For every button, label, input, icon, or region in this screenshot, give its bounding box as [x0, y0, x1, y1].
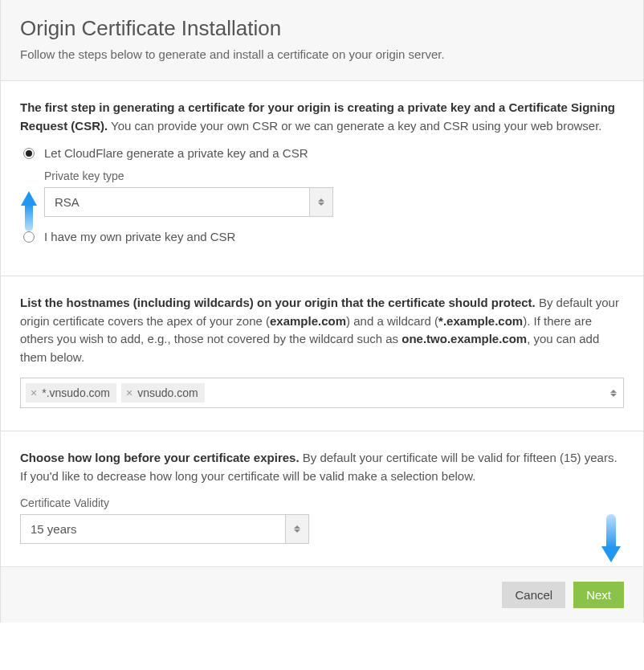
- radio-generate[interactable]: [23, 148, 35, 159]
- hostnames-dropdown-handle[interactable]: [604, 378, 623, 407]
- modal-footer: Cancel Next: [1, 567, 643, 623]
- hostnames-input[interactable]: × *.vnsudo.com × vnsudo.com: [20, 378, 624, 408]
- validity-label: Certificate Validity: [20, 496, 624, 509]
- hostnames-intro-bold: List the hostnames (including wildcards)…: [20, 296, 536, 309]
- page-subtitle: Follow the steps below to generate and i…: [20, 47, 624, 61]
- radio-own-row[interactable]: I have my own private key and CSR: [23, 230, 624, 243]
- radio-own-label: I have my own private key and CSR: [44, 230, 235, 243]
- hostname-tag-label: vnsudo.com: [137, 386, 198, 399]
- modal-header: Origin Certificate Installation Follow t…: [1, 0, 643, 81]
- origin-cert-modal: Origin Certificate Installation Follow t…: [0, 0, 644, 623]
- csr-intro-rest: You can provide your own CSR or we can g…: [108, 119, 601, 133]
- section-validity: Choose how long before your certificate …: [1, 431, 643, 567]
- hostnames-intro: List the hostnames (including wildcards)…: [20, 294, 624, 366]
- private-key-type-value: RSA: [44, 187, 309, 217]
- csr-intro: The first step in generating a certifica…: [20, 99, 624, 135]
- caret-down-icon: [610, 394, 617, 397]
- caret-up-icon: [610, 390, 617, 393]
- private-key-type-select[interactable]: RSA: [44, 187, 333, 217]
- radio-generate-row[interactable]: Let CloudFlare generate a private key an…: [23, 146, 624, 160]
- radio-own[interactable]: [23, 231, 35, 243]
- validity-select[interactable]: 15 years: [20, 514, 309, 544]
- select-handle-icon[interactable]: [309, 187, 333, 217]
- remove-tag-icon[interactable]: ×: [31, 387, 37, 398]
- section-hostnames: List the hostnames (including wildcards)…: [1, 276, 643, 431]
- caret-down-icon: [318, 202, 324, 206]
- caret-up-icon: [318, 198, 324, 202]
- validity-intro: Choose how long before your certificate …: [20, 449, 624, 485]
- next-button[interactable]: Next: [573, 582, 624, 608]
- hostname-tag: × vnsudo.com: [121, 383, 205, 402]
- remove-tag-icon[interactable]: ×: [126, 387, 132, 398]
- hostname-tag: × *.vnsudo.com: [26, 383, 116, 402]
- caret-down-icon: [294, 529, 300, 533]
- hostname-tag-label: *.vnsudo.com: [42, 386, 110, 399]
- validity-intro-bold: Choose how long before your certificate …: [20, 451, 300, 464]
- page-title: Origin Certificate Installation: [20, 16, 624, 41]
- section-csr: The first step in generating a certifica…: [1, 81, 643, 276]
- private-key-type-label: Private key type: [44, 170, 624, 182]
- select-handle-icon[interactable]: [285, 514, 309, 544]
- private-key-type-group: Private key type RSA: [44, 170, 624, 217]
- radio-generate-label: Let CloudFlare generate a private key an…: [44, 146, 308, 160]
- caret-up-icon: [294, 525, 300, 529]
- cancel-button[interactable]: Cancel: [502, 582, 565, 608]
- validity-value: 15 years: [20, 514, 285, 544]
